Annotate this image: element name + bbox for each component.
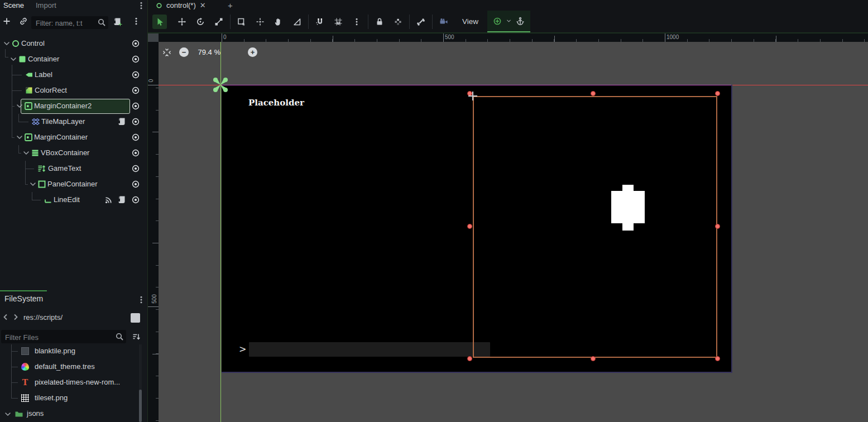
scene-filter-input[interactable] xyxy=(35,16,95,30)
group-node-button[interactable] xyxy=(391,15,405,29)
visibility-eye-icon[interactable] xyxy=(131,70,140,79)
collapse-chevron-icon[interactable] xyxy=(15,102,24,111)
attach-script-button[interactable] xyxy=(113,17,123,27)
tree-row-margincontainer2[interactable]: MarginContainer2 xyxy=(0,99,144,113)
visibility-eye-icon[interactable] xyxy=(131,195,140,204)
script-badge-icon[interactable] xyxy=(117,117,126,126)
vboxcontainer-node-icon xyxy=(31,148,40,157)
chevron-down-icon[interactable] xyxy=(506,18,512,24)
tree-row-lineedit[interactable]: LineEdit xyxy=(0,193,144,207)
game-line-edit[interactable] xyxy=(249,342,490,357)
selection-handle-bottom-center[interactable] xyxy=(591,356,596,361)
selection-handle-bottom-right[interactable] xyxy=(715,356,720,361)
tree-row-vboxcontainer[interactable]: VBoxContainer xyxy=(0,146,144,160)
label-node-icon xyxy=(25,70,33,79)
folder-row-jsons[interactable]: jsons xyxy=(0,407,137,420)
pan-tool-button[interactable] xyxy=(271,15,286,29)
visibility-eye-icon[interactable] xyxy=(131,164,140,173)
selection-handle-mid-right[interactable] xyxy=(715,224,720,229)
filesystem-scrollbar[interactable] xyxy=(139,344,142,422)
tab-import[interactable]: Import xyxy=(36,1,56,9)
tree-menu-icon[interactable] xyxy=(132,17,141,26)
2d-canvas[interactable]: Placeholder > − 79.4 % + xyxy=(159,42,868,422)
view-menu-button[interactable]: View xyxy=(458,17,483,26)
file-row-tileset[interactable]: tileset.png xyxy=(0,391,137,405)
move-tool-button[interactable] xyxy=(175,15,189,29)
add-node-icon[interactable] xyxy=(2,17,11,26)
selection-handle-mid-left[interactable] xyxy=(467,224,472,229)
file-filter-input[interactable] xyxy=(4,330,107,344)
collapse-chevron-icon[interactable] xyxy=(3,410,12,419)
rotate-tool-button[interactable] xyxy=(193,15,208,29)
tree-row-colorrect[interactable]: ColorRect xyxy=(0,84,144,97)
tree-row-gametext[interactable]: GameText xyxy=(0,162,144,175)
script-badge-icon[interactable] xyxy=(117,195,126,204)
file-sort-icon[interactable] xyxy=(132,332,141,341)
list-select-button[interactable] xyxy=(234,15,249,29)
visibility-eye-icon[interactable] xyxy=(131,86,140,95)
zoom-percent[interactable]: 79.4 % xyxy=(195,48,220,56)
visibility-eye-icon[interactable] xyxy=(131,39,140,48)
move-pivot-button[interactable] xyxy=(253,15,267,29)
zoom-out-button[interactable]: − xyxy=(179,47,189,57)
tab-scene[interactable]: Scene xyxy=(3,1,24,9)
snap-options-icon[interactable] xyxy=(349,15,364,29)
anchor-preset-icon[interactable] xyxy=(493,17,502,26)
viewport-border xyxy=(731,85,732,373)
horizontal-ruler[interactable]: 0 500 1000 xyxy=(159,33,868,42)
new-scene-tab-button[interactable]: + xyxy=(228,1,233,10)
ruler-tool-button[interactable] xyxy=(290,15,304,29)
nav-back-icon[interactable] xyxy=(1,313,10,322)
select-tool-button[interactable] xyxy=(152,15,167,29)
collapse-chevron-icon[interactable] xyxy=(15,133,24,142)
skeleton-options-button[interactable] xyxy=(414,15,428,29)
center-view-icon[interactable] xyxy=(162,48,171,57)
visibility-eye-icon[interactable] xyxy=(131,55,140,64)
file-row-default-theme[interactable]: default_theme.tres xyxy=(0,360,137,373)
tree-row-tilemaplayer[interactable]: TileMapLayer xyxy=(0,115,144,128)
smart-snap-button[interactable] xyxy=(313,15,327,29)
collapse-chevron-icon[interactable] xyxy=(28,180,37,189)
node-label: Container xyxy=(28,52,59,66)
selection-rectangle[interactable] xyxy=(473,96,717,358)
signal-badge-icon[interactable] xyxy=(104,195,113,204)
close-tab-icon[interactable]: ✕ xyxy=(200,1,206,9)
selection-handle-bottom-left[interactable] xyxy=(467,356,472,361)
scene-filter-field[interactable] xyxy=(31,16,108,29)
filesystem-display-mode-button[interactable] xyxy=(131,313,140,323)
tree-row-container[interactable]: Container xyxy=(0,52,144,66)
file-row-blanktile[interactable]: blanktile.png xyxy=(0,344,137,358)
tree-row-label[interactable]: Label xyxy=(0,68,144,81)
file-filter-field[interactable] xyxy=(1,330,126,343)
visibility-eye-icon[interactable] xyxy=(131,102,140,111)
grid-snap-button[interactable] xyxy=(331,15,346,29)
tree-row-margincontainer[interactable]: MarginContainer xyxy=(0,131,144,144)
camera-override-button[interactable] xyxy=(437,15,451,29)
filesystem-menu-icon[interactable] xyxy=(137,295,146,304)
scene-tab-control[interactable]: control(*) ✕ xyxy=(156,0,206,11)
collapse-chevron-icon[interactable] xyxy=(22,148,31,157)
pivot-crosshair-icon[interactable] xyxy=(468,91,478,101)
visibility-eye-icon[interactable] xyxy=(131,117,140,126)
dock-menu-icon[interactable] xyxy=(137,1,146,10)
collapse-chevron-icon[interactable] xyxy=(9,55,18,64)
collapse-chevron-icon[interactable] xyxy=(2,39,11,48)
scale-tool-button[interactable] xyxy=(212,15,226,29)
selection-handle-top-center[interactable] xyxy=(591,91,596,96)
zoom-in-button[interactable]: + xyxy=(248,47,257,57)
visibility-eye-icon[interactable] xyxy=(131,148,140,157)
selection-handle-top-right[interactable] xyxy=(715,91,720,96)
visibility-eye-icon[interactable] xyxy=(131,180,140,189)
vertical-ruler[interactable]: 0 500 xyxy=(148,42,159,422)
anchor-mode-icon[interactable] xyxy=(516,17,525,26)
scrollbar-thumb[interactable] xyxy=(139,390,142,422)
instance-scene-icon[interactable] xyxy=(19,17,28,26)
tree-row-panelcontainer[interactable]: PanelContainer xyxy=(0,178,144,191)
dock-splitter[interactable] xyxy=(0,290,47,291)
tree-row-control[interactable]: Control xyxy=(0,37,144,50)
nav-forward-icon[interactable] xyxy=(11,313,20,322)
visibility-eye-icon[interactable] xyxy=(131,133,140,142)
file-row-pixelated-font[interactable]: T pixelated-times-new-rom... xyxy=(0,376,137,389)
filesystem-path[interactable]: res://scripts/ xyxy=(23,313,63,322)
lock-node-button[interactable] xyxy=(372,15,387,29)
